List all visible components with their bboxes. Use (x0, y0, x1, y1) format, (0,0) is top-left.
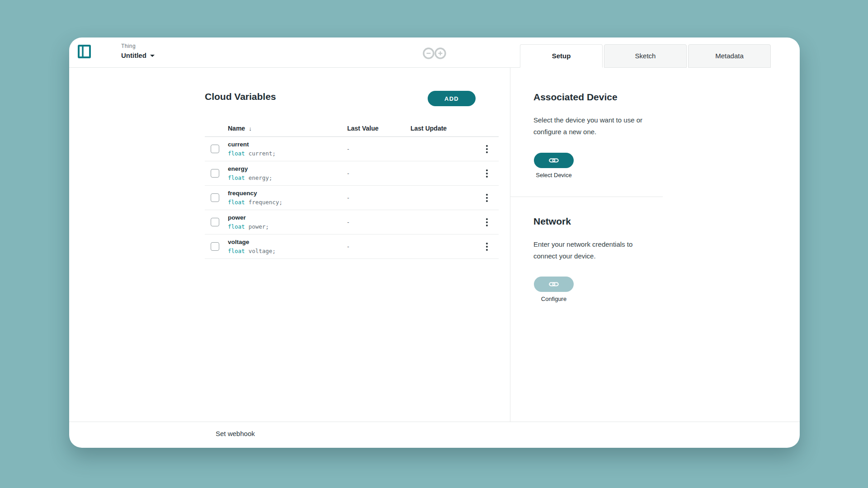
header-divider (69, 67, 520, 68)
tab-setup[interactable]: Setup (520, 44, 603, 68)
column-header-name[interactable]: Name↓ (228, 125, 347, 132)
last-value-cell: - (347, 219, 410, 225)
arduino-logo-icon (422, 45, 447, 64)
footer-divider (69, 422, 800, 422)
associated-device-description: Select the device you want to use or con… (533, 114, 656, 138)
sort-descending-icon: ↓ (249, 125, 252, 132)
variables-table: Name↓ Last Value Last Update current flo… (205, 120, 499, 259)
variable-name: current (228, 141, 347, 148)
kebab-menu-icon[interactable] (484, 216, 490, 228)
thing-label: Thing (121, 43, 155, 49)
variable-declaration: floatenergy; (228, 174, 347, 181)
variable-name: frequency (228, 190, 347, 197)
page-title: Cloud Variables (205, 91, 276, 102)
row-checkbox[interactable] (211, 242, 219, 251)
variable-name: voltage (228, 239, 347, 245)
set-webhook-link[interactable]: Set webhook (216, 430, 255, 437)
row-checkbox[interactable] (211, 193, 219, 202)
caret-down-icon (150, 55, 155, 57)
variable-declaration: floatcurrent; (228, 150, 347, 157)
row-checkbox[interactable] (211, 169, 219, 178)
table-row[interactable]: power floatpower; - (205, 210, 499, 235)
panel-divider (510, 67, 510, 422)
network-description: Enter your network credentials to connec… (533, 239, 656, 262)
link-icon (549, 281, 559, 287)
sidebar-toggle-button[interactable] (78, 45, 91, 58)
associated-device-title: Associated Device (533, 92, 618, 103)
app-window: Thing Untitled Setup Sketch Metadata Clo… (69, 38, 800, 448)
variable-declaration: floatvoltage; (228, 248, 347, 254)
section-divider (510, 197, 663, 197)
tab-sketch[interactable]: Sketch (604, 44, 687, 68)
last-value-cell: - (347, 243, 410, 250)
column-header-name-label: Name (228, 125, 245, 132)
column-header-last-update: Last Update (410, 125, 481, 132)
row-checkbox[interactable] (211, 218, 219, 226)
kebab-menu-icon[interactable] (484, 143, 490, 155)
kebab-menu-icon[interactable] (484, 241, 490, 253)
table-row[interactable]: current floatcurrent; - (205, 137, 499, 161)
table-row[interactable]: energy floatenergy; - (205, 161, 499, 186)
last-value-cell: - (347, 194, 410, 201)
select-device-label: Select Device (536, 172, 571, 178)
network-title: Network (533, 216, 571, 227)
add-variable-button[interactable]: ADD (428, 91, 476, 106)
table-header-row: Name↓ Last Value Last Update (205, 120, 499, 137)
last-value-cell: - (347, 145, 410, 152)
variable-name: energy (228, 165, 347, 172)
link-icon (549, 157, 559, 164)
variable-declaration: floatfrequency; (228, 199, 347, 206)
thing-selector[interactable]: Thing Untitled (121, 43, 155, 59)
tab-metadata[interactable]: Metadata (688, 44, 771, 68)
sidebar-panel-icon (78, 45, 91, 58)
table-row[interactable]: voltage floatvoltage; - (205, 235, 499, 259)
variable-declaration: floatpower; (228, 223, 347, 230)
kebab-menu-icon[interactable] (484, 168, 490, 179)
configure-network-button[interactable] (534, 277, 574, 292)
thing-name: Untitled (121, 52, 146, 59)
table-row[interactable]: frequency floatfrequency; - (205, 186, 499, 210)
last-value-cell: - (347, 170, 410, 177)
kebab-menu-icon[interactable] (484, 192, 490, 204)
tab-bar: Setup Sketch Metadata (520, 44, 771, 68)
select-device-button[interactable] (534, 153, 574, 168)
configure-network-label: Configure (541, 296, 566, 302)
variable-name: power (228, 214, 347, 221)
row-checkbox[interactable] (211, 145, 219, 153)
column-header-last-value: Last Value (347, 125, 410, 132)
